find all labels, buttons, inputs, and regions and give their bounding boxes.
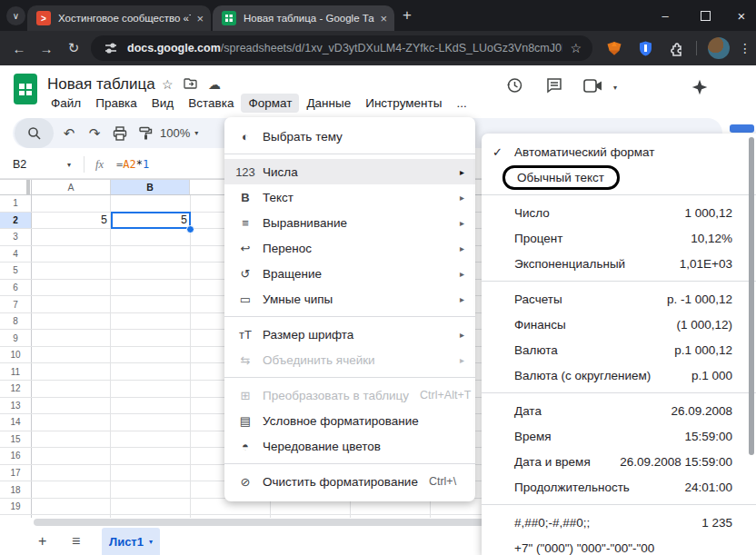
- toolbar-search-button[interactable]: [15, 118, 54, 148]
- format-menu-item[interactable]: ▤ Условное форматирование: [224, 408, 475, 433]
- select-all-corner[interactable]: [0, 180, 32, 194]
- star-document-icon[interactable]: ☆: [162, 77, 174, 92]
- row-header[interactable]: 18: [0, 481, 32, 498]
- formula-input[interactable]: =A2*1: [116, 158, 149, 171]
- row-header[interactable]: 12: [0, 381, 32, 397]
- meet-camera-icon[interactable]: [583, 79, 603, 93]
- menubar-item[interactable]: Данные: [299, 94, 358, 113]
- close-tab-icon[interactable]: ×: [196, 12, 204, 25]
- browser-tab-sheets[interactable]: Новая таблица - Google Табли ×: [213, 5, 394, 31]
- format-menu-item[interactable]: B Текст: [224, 184, 475, 210]
- number-format-item[interactable]: Валюта (с округлением) р.1 000: [482, 362, 756, 388]
- browser-tab-timeweb[interactable]: > Хостинговое сообщество «Tim ×: [27, 5, 211, 31]
- number-format-item[interactable]: [482, 392, 756, 393]
- format-menu-item[interactable]: ⊞ Преобразовать в таблицу Ctrl+Alt+T: [224, 382, 475, 408]
- row-header[interactable]: 19: [0, 499, 32, 515]
- menubar-item[interactable]: ...: [449, 94, 473, 113]
- number-format-item[interactable]: Дата и время 26.09.2008 15:59:00: [482, 449, 756, 474]
- row-header[interactable]: 2: [0, 213, 32, 229]
- document-title[interactable]: Новая таблица: [47, 75, 155, 94]
- row-header[interactable]: 11: [0, 363, 32, 380]
- format-menu-item[interactable]: [224, 316, 475, 317]
- number-format-item[interactable]: Дата 26.09.2008: [482, 398, 756, 423]
- number-format-item[interactable]: +7" ("000") "000"-"00"-"00: [482, 535, 756, 555]
- format-menu-item[interactable]: [224, 463, 475, 464]
- close-tab-icon[interactable]: ×: [380, 12, 387, 25]
- menubar-item[interactable]: Вставка: [181, 94, 241, 113]
- number-format-item[interactable]: Число 1 000,12: [482, 200, 756, 225]
- metamask-extension-icon[interactable]: [605, 41, 623, 56]
- format-menu-item[interactable]: ▭ Умные чипы: [224, 286, 475, 312]
- number-format-item[interactable]: Процент 10,12%: [482, 225, 756, 251]
- sheet-tab-list1[interactable]: Лист1 ▾: [102, 528, 160, 555]
- number-format-item[interactable]: Продолжительность 24:01:00: [482, 474, 756, 500]
- format-menu-item[interactable]: ↩ Перенос: [224, 235, 475, 261]
- undo-button[interactable]: ↶: [56, 118, 82, 148]
- row-header[interactable]: 4: [0, 246, 32, 263]
- format-menu-item[interactable]: [224, 377, 475, 378]
- row-header[interactable]: 5: [0, 263, 32, 279]
- row-header[interactable]: 3: [0, 229, 32, 245]
- format-menu-item[interactable]: ↺ Вращение: [224, 261, 475, 286]
- extensions-puzzle-icon[interactable]: [667, 41, 685, 56]
- menubar-item[interactable]: Формат: [241, 94, 299, 113]
- row-header[interactable]: 10: [0, 347, 32, 363]
- row-header[interactable]: 1: [0, 195, 32, 212]
- row-header[interactable]: 17: [0, 465, 32, 481]
- format-menu-item[interactable]: 123 Числа: [224, 159, 475, 184]
- bookmark-star-icon[interactable]: ☆: [570, 41, 582, 55]
- move-to-folder-icon[interactable]: [184, 78, 197, 89]
- format-menu-item[interactable]: ⇆ Объединить ячейки: [224, 347, 475, 372]
- all-sheets-menu-icon[interactable]: ≡: [72, 533, 80, 550]
- number-format-item[interactable]: Обычный текст: [482, 164, 756, 190]
- version-history-icon[interactable]: [505, 76, 523, 94]
- number-format-item[interactable]: [482, 504, 756, 505]
- number-format-item[interactable]: [482, 281, 756, 282]
- maximize-button[interactable]: [687, 0, 723, 31]
- add-sheet-button[interactable]: +: [38, 533, 46, 550]
- row-header[interactable]: 16: [0, 448, 32, 464]
- back-button[interactable]: ←: [5, 41, 33, 56]
- shield-extension-icon[interactable]: [636, 41, 654, 56]
- menubar-item[interactable]: Инструменты: [358, 94, 449, 113]
- row-header[interactable]: 15: [0, 431, 32, 448]
- new-tab-button[interactable]: +: [403, 6, 412, 25]
- number-format-item[interactable]: Экспоненциальный 1,01E+03: [482, 251, 756, 276]
- row-header[interactable]: 14: [0, 414, 32, 431]
- cell-B2-selected[interactable]: 5: [111, 212, 191, 229]
- url-field[interactable]: docs.google.com/spreadsheets/d/1xv_vD3yt…: [91, 35, 592, 61]
- chevron-down-icon[interactable]: ▾: [67, 161, 71, 169]
- row-header[interactable]: 13: [0, 398, 32, 414]
- number-format-item[interactable]: [482, 194, 756, 195]
- cell-A2[interactable]: 5: [32, 213, 111, 229]
- row-header[interactable]: 7: [0, 296, 32, 312]
- name-box[interactable]: B2: [0, 158, 67, 171]
- number-format-item[interactable]: #,##0;-#,##0;; 1 235: [482, 510, 756, 535]
- meet-caret-icon[interactable]: ▾: [613, 84, 617, 92]
- format-menu-item[interactable]: тT Размер шрифта: [224, 322, 475, 347]
- gemini-sparkle-icon[interactable]: [691, 78, 709, 96]
- window-close-button[interactable]: ×: [723, 0, 756, 31]
- format-menu-item[interactable]: ◓ Чередование цветов: [224, 433, 475, 459]
- paint-format-button[interactable]: [133, 118, 158, 148]
- zoom-control[interactable]: 100% ▾: [160, 118, 198, 148]
- format-menu-item[interactable]: ⊘ Очистить форматирование Ctrl+\: [224, 469, 475, 494]
- format-menu-item[interactable]: ◐ Выбрать тему: [224, 124, 475, 149]
- sheets-logo-icon[interactable]: [14, 74, 37, 104]
- tab-search-button[interactable]: ∨: [6, 6, 25, 25]
- format-menu-item[interactable]: [224, 154, 475, 154]
- comments-icon[interactable]: [545, 76, 563, 94]
- cloud-saved-icon[interactable]: ☁: [208, 77, 221, 92]
- reload-button[interactable]: ↻: [60, 40, 87, 56]
- print-button[interactable]: [107, 118, 133, 148]
- menubar-item[interactable]: Вид: [144, 94, 181, 113]
- row-header[interactable]: 8: [0, 313, 32, 330]
- column-header[interactable]: B: [111, 180, 190, 194]
- column-header[interactable]: A: [32, 180, 111, 194]
- fill-handle[interactable]: [186, 225, 194, 233]
- forward-button[interactable]: →: [33, 41, 60, 56]
- browser-menu-icon[interactable]: ⋮: [739, 41, 751, 55]
- browser-profile-avatar[interactable]: [708, 37, 730, 59]
- number-format-item[interactable]: ✓ Автоматический формат: [482, 139, 756, 164]
- submenu-scrollbar[interactable]: [749, 137, 754, 455]
